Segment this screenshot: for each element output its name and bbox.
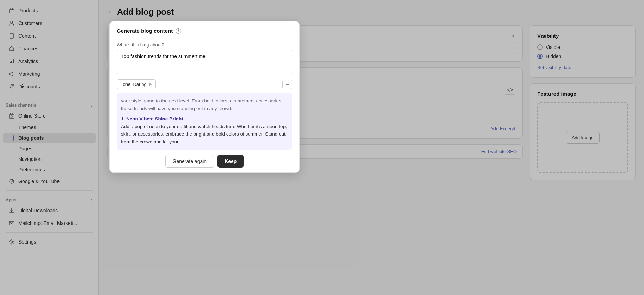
generated-section-heading: 1. Neon Vibes: Shine Bright: [121, 115, 288, 123]
generate-again-button[interactable]: Generate again: [165, 155, 214, 168]
generate-panel-footer: Generate again Keep: [110, 150, 299, 172]
blog-topic-label: What's this blog about?: [117, 42, 292, 48]
tone-row: Tone: Daring ⇅: [110, 76, 299, 93]
settings-filter-icon[interactable]: [282, 80, 292, 89]
generate-panel-title: Generate blog content i: [117, 28, 292, 34]
generate-panel-header: Generate blog content i: [110, 21, 299, 38]
tone-select[interactable]: Tone: Daring ⇅: [117, 79, 156, 89]
blog-topic-input[interactable]: Top fashion trends for the summertime: [117, 50, 292, 74]
tone-chevron-icon: ⇅: [149, 82, 152, 87]
generated-intro-text: your style game to the next level. From …: [121, 97, 288, 112]
generated-body-text: Add a pop of neon to your outfit and wat…: [121, 123, 288, 146]
overlay-backdrop[interactable]: [0, 0, 644, 295]
generated-content: your style game to the next level. From …: [117, 93, 292, 150]
generate-panel: Generate blog content i What's this blog…: [109, 21, 300, 173]
info-icon[interactable]: i: [176, 28, 181, 34]
keep-button[interactable]: Keep: [217, 155, 244, 168]
